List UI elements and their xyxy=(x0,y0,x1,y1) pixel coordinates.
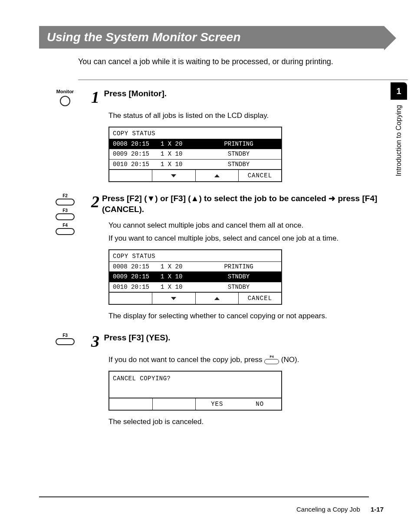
lcd-row: 0008 20:15 1 X 20 PRINTING xyxy=(109,139,281,149)
lcd-softkeys: CANCEL xyxy=(109,292,281,304)
lcd-title: COPY STATUS xyxy=(109,127,281,139)
lcd-title: COPY STATUS xyxy=(109,250,281,261)
lcd-row: 0009 20:15 1 X 10 STNDBY xyxy=(109,149,281,159)
lcd-cell: 0010 20:15 xyxy=(113,160,161,169)
f4-key-inline-icon: F4 xyxy=(264,354,279,365)
lcd-prompt: CANCEL COPYING? xyxy=(109,372,281,398)
down-arrow-icon xyxy=(152,293,195,304)
lcd-row: 0009 20:15 1 X 10 STNDBY xyxy=(109,271,281,281)
up-arrow-icon xyxy=(195,293,238,304)
step-2: F2 F3 F4 2 Press [F2] (▼) or [F3] (▲) to… xyxy=(39,193,397,322)
chapter-number: 1 xyxy=(391,82,407,100)
intro-text: You can cancel a job while it is waiting… xyxy=(78,57,397,66)
body-text-b: (NO). xyxy=(281,356,299,364)
step-body-text: The status of all jobs is listed on the … xyxy=(108,111,397,121)
oval-icon xyxy=(56,228,75,235)
down-arrow-icon xyxy=(152,170,195,181)
step-body-text: If you want to cancel multiple jobs, sel… xyxy=(108,233,397,244)
lcd-cell: 1 X 20 xyxy=(161,140,200,148)
monitor-key-label: Monitor xyxy=(48,89,82,94)
step-heading: Press [F2] (▼) or [F3] (▲) to select the… xyxy=(102,193,397,215)
lcd-cell: 1 X 10 xyxy=(161,283,200,291)
divider xyxy=(78,79,408,80)
lcd-fn-blank xyxy=(153,398,196,410)
page-heading: Using the System Monitor Screen xyxy=(39,26,384,49)
lcd-cell: 0008 20:15 xyxy=(113,262,161,271)
oval-icon xyxy=(56,199,75,206)
monitor-key-icon: Monitor xyxy=(48,89,82,106)
lcd-fn-cancel: CANCEL xyxy=(238,170,281,181)
lcd-fn-blank xyxy=(109,293,152,304)
step-number: 2 xyxy=(91,193,99,215)
lcd-cell: STNDBY xyxy=(200,160,278,169)
step-number: 3 xyxy=(91,333,99,349)
fkey-label: F2 xyxy=(62,193,68,198)
fkey-label: F3 xyxy=(62,208,68,213)
chapter-tab: 1 Introduction to Copying xyxy=(391,82,407,204)
step-number: 1 xyxy=(91,89,99,105)
step-heading: Press [Monitor]. xyxy=(104,89,167,98)
lcd-cell: STNDBY xyxy=(200,272,278,281)
lcd-cell: 1 X 10 xyxy=(161,150,200,158)
footer-rule xyxy=(39,496,369,497)
fkey-label: F4 xyxy=(269,354,273,359)
footer-page-number: 1-17 xyxy=(371,506,384,513)
footer-section: Canceling a Copy Job xyxy=(296,506,360,513)
step-heading: Press [F3] (YES). xyxy=(104,333,170,342)
oval-icon xyxy=(56,338,75,345)
lcd-fn-blank xyxy=(109,170,152,181)
oval-icon xyxy=(264,359,279,364)
lcd-softkeys: YES NO xyxy=(109,398,281,410)
lcd-softkeys: CANCEL xyxy=(109,169,281,181)
lcd-fn-blank xyxy=(109,398,153,410)
lcd-row: 0010 20:15 1 X 10 STNDBY xyxy=(109,159,281,169)
lcd-display-3: CANCEL COPYING? YES NO xyxy=(108,371,282,411)
fkey-label: F4 xyxy=(62,223,68,228)
up-arrow-icon xyxy=(195,170,238,181)
step-1: Monitor 1 Press [Monitor]. The status of… xyxy=(39,89,397,182)
f4-key-icon: F4 xyxy=(56,223,75,235)
lcd-display-2: COPY STATUS 0008 20:15 1 X 20 PRINTING 0… xyxy=(108,249,282,305)
lcd-cell: PRINTING xyxy=(200,262,278,271)
chapter-title: Introduction to Copying xyxy=(395,105,403,176)
lcd-fn-no: NO xyxy=(239,398,282,410)
lcd-cell: 0009 20:15 xyxy=(113,272,161,281)
lcd-cell: PRINTING xyxy=(200,140,278,148)
oval-icon xyxy=(56,213,75,220)
step-3: F3 3 Press [F3] (YES). If you do not wan… xyxy=(39,333,397,428)
lcd-cell: 0009 20:15 xyxy=(113,150,161,158)
f3-key-icon: F3 xyxy=(56,333,75,345)
lcd-cell: STNDBY xyxy=(200,283,278,291)
lcd-cell: 0010 20:15 xyxy=(113,283,161,291)
lcd-cell: 1 X 20 xyxy=(161,262,200,271)
f2-key-icon: F2 xyxy=(56,193,75,206)
lcd-row: 0008 20:15 1 X 20 PRINTING xyxy=(109,261,281,271)
lcd-fn-yes: YES xyxy=(196,398,239,410)
f3-key-icon: F3 xyxy=(56,208,75,220)
step-body-text: The selected job is canceled. xyxy=(108,417,397,428)
lcd-cell: 0008 20:15 xyxy=(113,140,161,148)
page-footer: Canceling a Copy Job 1-17 xyxy=(296,506,384,513)
circle-icon xyxy=(60,96,70,106)
lcd-fn-cancel: CANCEL xyxy=(238,293,281,304)
step-body-text: You cannot select multiple jobs and canc… xyxy=(108,220,397,231)
step-body-text: If you do not want to cancel the copy jo… xyxy=(108,355,397,366)
body-text-a: If you do not want to cancel the copy jo… xyxy=(108,356,264,364)
lcd-row: 0010 20:15 1 X 10 STNDBY xyxy=(109,282,281,292)
fkey-label: F3 xyxy=(62,333,68,338)
step-body-text: The display for selecting whether to can… xyxy=(108,311,397,322)
lcd-display-1: COPY STATUS 0008 20:15 1 X 20 PRINTING 0… xyxy=(108,127,282,182)
lcd-cell: STNDBY xyxy=(200,150,278,158)
lcd-cell: 1 X 10 xyxy=(161,272,200,281)
lcd-cell: 1 X 10 xyxy=(161,160,200,169)
